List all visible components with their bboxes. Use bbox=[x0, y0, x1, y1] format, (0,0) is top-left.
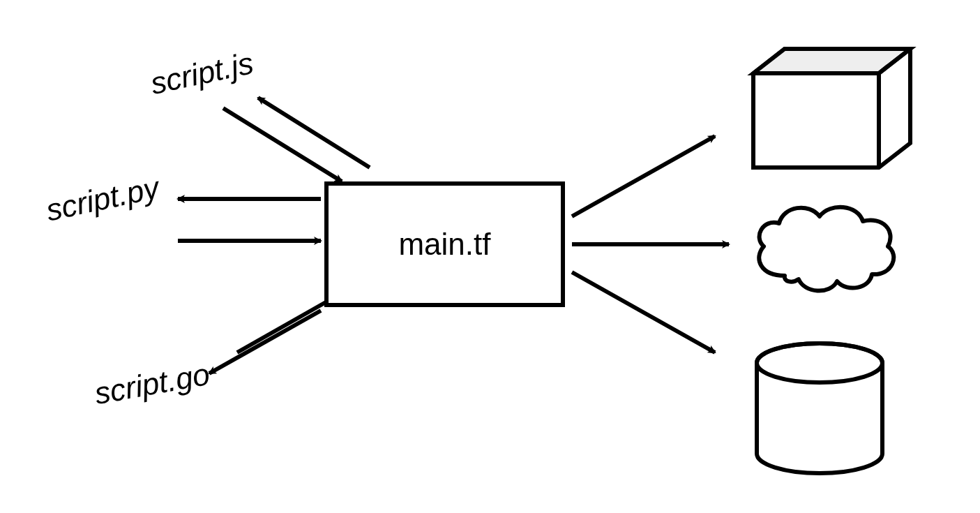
arrow-main-to-scriptjs bbox=[258, 98, 370, 168]
main-box: main.tf bbox=[324, 181, 565, 307]
arrow-main-to-cylinder bbox=[572, 272, 715, 352]
svg-line-5 bbox=[209, 311, 321, 373]
cube-icon bbox=[753, 49, 910, 168]
svg-line-1 bbox=[258, 98, 370, 168]
cylinder-icon bbox=[757, 343, 882, 473]
cloud-icon bbox=[759, 207, 894, 291]
arrow-scriptjs-to-main bbox=[223, 108, 342, 181]
svg-line-6 bbox=[572, 136, 715, 216]
main-box-label: main.tf bbox=[398, 227, 490, 262]
svg-line-8 bbox=[572, 272, 715, 352]
arrow-main-to-scriptgo bbox=[209, 311, 321, 373]
svg-line-0 bbox=[223, 108, 342, 181]
arrow-main-to-cube bbox=[572, 136, 715, 216]
